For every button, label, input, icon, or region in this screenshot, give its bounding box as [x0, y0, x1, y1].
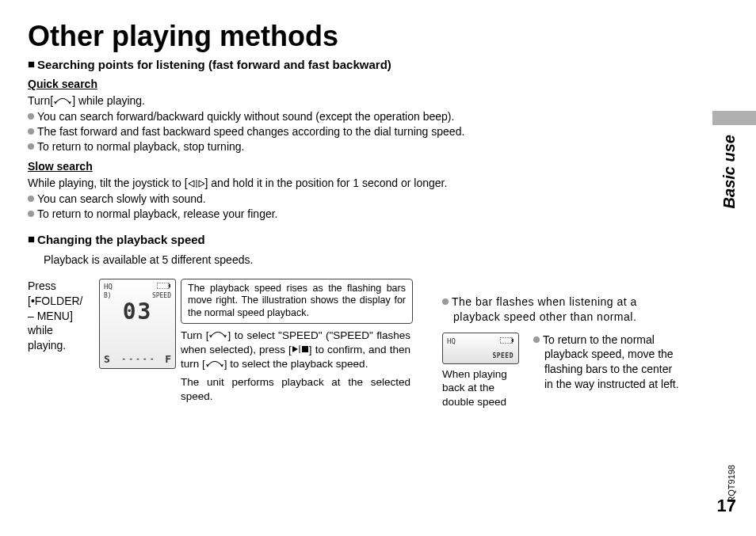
dial-icon	[205, 358, 224, 372]
bullet-dot-icon	[28, 143, 34, 150]
lcd-display-small: HQ SPEED	[442, 333, 519, 364]
square-bullet-icon: ■	[28, 232, 35, 245]
sub-heading-quick-search: Quick search	[28, 78, 681, 90]
page-title: Other playing methods	[28, 20, 681, 53]
bullet-slow-1: You can search slowly with sound.	[28, 192, 681, 207]
quick-search-line: Turn[] while playing.	[28, 93, 681, 109]
section-heading-searching: ■Searching points for listening (fast fo…	[28, 58, 681, 71]
lcd-small-hq: HQ	[447, 336, 456, 346]
svg-rect-1	[157, 283, 169, 289]
lcd-hq-label: HQ	[104, 283, 113, 291]
battery-icon	[500, 336, 514, 346]
side-tab-indicator	[712, 111, 756, 125]
dial-icon	[53, 94, 72, 109]
svg-rect-4	[302, 346, 308, 352]
bullet-slow-2: To return to normal playback, release yo…	[28, 207, 681, 222]
slow-search-line: While playing, tilt the joystick to [] a…	[28, 176, 681, 192]
left-right-triangle-icon	[188, 177, 205, 192]
info-box: The playback speed rises as the flashing…	[181, 279, 413, 324]
bullet-dot-icon	[28, 211, 34, 217]
section-heading-text: Searching points for listening (fast for…	[37, 58, 391, 71]
section-heading-speed: ■Changing the playback speed	[28, 233, 681, 246]
mid-instructions: The playback speed rises as the flashing…	[181, 279, 410, 405]
dial-icon	[208, 329, 227, 343]
bullet-dot-icon	[28, 128, 34, 135]
section-heading-speed-text: Changing the playback speed	[37, 233, 205, 246]
bullet-dot-icon	[28, 196, 34, 202]
lcd-speed-label: SPEED	[152, 292, 171, 299]
battery-icon	[157, 283, 171, 291]
sub-heading-slow-search: Slow search	[28, 160, 681, 173]
svg-rect-5	[500, 337, 512, 344]
lcd-small-caption: When playing back at the double speed	[442, 367, 521, 409]
play-stop-icon	[292, 344, 309, 355]
bullet-quick-1: You can search forward/backward quickly …	[28, 109, 681, 124]
page-number: 17	[717, 496, 736, 516]
lcd-digits: 03	[100, 301, 175, 323]
svg-rect-2	[169, 284, 170, 287]
lcd-small-speed: SPEED	[492, 352, 514, 361]
svg-rect-6	[512, 339, 514, 342]
speed-right-block: The bar flashes when listening at a play…	[442, 274, 680, 409]
press-instruction: Press [•FOLDER/ – MENU] while playing.	[28, 279, 93, 353]
bullet-right-2: To return to the normal playback speed, …	[533, 333, 679, 393]
bullet-quick-2: The fast forward and fast backward speed…	[28, 124, 681, 139]
lcd-s-label: S	[104, 353, 110, 365]
lcd-display-main: HQ B) SPEED 03 S - - - - - F	[99, 279, 176, 369]
bullet-right-1: The bar flashes when listening at a play…	[442, 295, 680, 325]
lcd-b-label: B)	[104, 292, 112, 299]
bullet-dot-icon	[28, 113, 34, 120]
square-bullet-icon: ■	[28, 57, 35, 70]
lcd-bar-icons: - - - - -	[122, 355, 154, 363]
bullet-dot-icon	[442, 298, 449, 305]
lcd-f-label: F	[165, 353, 171, 365]
bullet-dot-icon	[533, 336, 540, 343]
side-section-label: Basic use	[720, 135, 739, 208]
speed-subtext: Playback is available at 5 different spe…	[28, 253, 681, 268]
speed-left-block: Press [•FOLDER/ – MENU] while playing. H…	[28, 279, 410, 405]
bullet-quick-3: To return to normal playback, stop turni…	[28, 139, 681, 154]
